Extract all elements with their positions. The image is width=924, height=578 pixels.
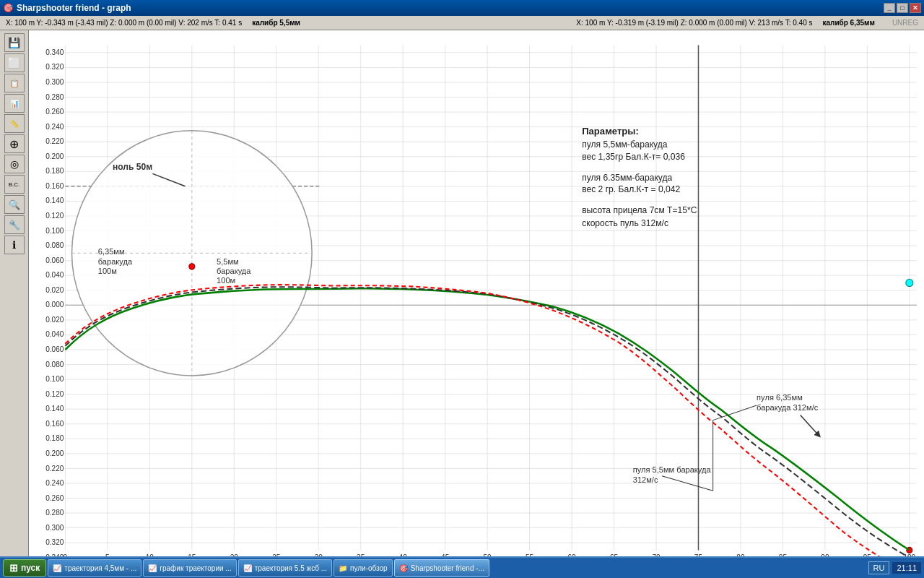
svg-text:0.220: 0.220 xyxy=(45,137,64,145)
svg-text:312м/с: 312м/с xyxy=(633,475,658,484)
taskbar-item-icon-3: 📁 xyxy=(339,564,347,572)
circle-tool[interactable]: ◎ xyxy=(4,155,25,173)
taskbar-item-icon-1: 📈 xyxy=(148,564,157,572)
svg-text:0.020: 0.020 xyxy=(45,286,64,294)
svg-text:0.140: 0.140 xyxy=(45,197,64,204)
clipboard-tool[interactable]: 📋 xyxy=(4,74,25,92)
taskbar-item-icon-0: 📈 xyxy=(53,564,61,572)
main-window: X: 100 m Y: -0.343 m (-3.43 mil) Z: 0.00… xyxy=(0,16,924,564)
svg-text:0.060: 0.060 xyxy=(45,256,64,264)
svg-text:0.300: 0.300 xyxy=(45,524,64,532)
status-coords-left: X: 100 m Y: -0.343 m (-3.43 mil) Z: 0.00… xyxy=(6,19,242,27)
svg-text:0.140: 0.140 xyxy=(45,405,64,413)
taskbar-item-label-0: траектория 4,5мм - ... xyxy=(64,564,136,572)
titlebar-title: 🎯 Sharpshooter friend - graph xyxy=(3,3,131,13)
svg-text:0.240: 0.240 xyxy=(45,479,64,487)
status-coords-right: X: 100 m Y: -0.319 m (-3.19 mil) Z: 0.00… xyxy=(576,19,812,27)
svg-text:0.240: 0.240 xyxy=(45,123,64,131)
bc-tool[interactable]: B.C. xyxy=(4,175,25,194)
window-title: Sharpshooter friend - graph xyxy=(17,3,131,13)
graph-status-bar: X: 100 m Y: -0.343 m (-3.43 mil) Z: 0.00… xyxy=(0,16,924,30)
content-area: 💾 ⬜ 📋 📊 📏 ⊕ ◎ B.C. 🔍 🔧 ℹ xyxy=(0,30,924,564)
crosshair-tool[interactable]: ⊕ xyxy=(4,134,25,153)
svg-text:пуля 5,5мм баракуда: пуля 5,5мм баракуда xyxy=(633,465,712,473)
taskbar-item-4[interactable]: 🎯 Sharpshooter friend -... xyxy=(394,559,489,577)
taskbar-item-label-4: Sharpshooter friend -... xyxy=(411,564,484,572)
taskbar-item-1[interactable]: 📈 график траектории ... xyxy=(143,559,236,577)
svg-text:высота прицела 7см Т=15*С: высота прицела 7см Т=15*С xyxy=(582,205,697,215)
save-tool[interactable]: 💾 xyxy=(4,33,25,52)
windows-logo-icon: ⊞ xyxy=(9,562,18,574)
binoculars-tool[interactable]: 🔍 xyxy=(4,195,25,214)
chart-tool[interactable]: 📊 xyxy=(4,94,25,113)
unreg-badge: UNREG xyxy=(892,19,918,27)
svg-text:ноль 50м: ноль 50м xyxy=(113,162,152,172)
svg-text:0.120: 0.120 xyxy=(45,212,64,220)
svg-text:0.100: 0.100 xyxy=(45,227,64,235)
svg-text:0.260: 0.260 xyxy=(45,494,64,502)
svg-text:0.320: 0.320 xyxy=(45,538,64,546)
svg-text:баракуда 312м/с: баракуда 312м/с xyxy=(757,403,819,412)
start-button[interactable]: ⊞ пуск xyxy=(3,559,46,577)
start-label: пуск xyxy=(21,563,40,573)
titlebar-controls: _ □ ✕ xyxy=(884,3,921,13)
svg-text:вес 1,35гр Бал.К-т= 0,036: вес 1,35гр Бал.К-т= 0,036 xyxy=(582,152,685,162)
svg-text:0.000: 0.000 xyxy=(45,301,64,309)
svg-text:пуля 5,5мм-баракуда: пуля 5,5мм-баракуда xyxy=(582,139,668,150)
svg-text:скорость пуль 312м/с: скорость пуль 312м/с xyxy=(582,218,668,228)
svg-text:0.160: 0.160 xyxy=(45,182,64,190)
trajectory-graph: 0.340 0.320 0.300 0.280 0.260 0.240 0.22… xyxy=(29,30,924,564)
caliber-right-label: калибр 6,35мм xyxy=(822,19,874,27)
info-tool[interactable]: ℹ xyxy=(4,236,25,254)
titlebar: 🎯 Sharpshooter friend - graph _ □ ✕ xyxy=(0,0,924,16)
maximize-button[interactable]: □ xyxy=(897,3,908,13)
new-tool[interactable]: ⬜ xyxy=(4,53,25,72)
svg-text:6,35мм: 6,35мм xyxy=(98,247,125,256)
svg-text:0.080: 0.080 xyxy=(45,361,64,368)
ruler-tool[interactable]: 📏 xyxy=(4,114,25,133)
taskbar-item-2[interactable]: 📈 траектория 5.5 жсб ... xyxy=(238,559,332,577)
caliber-left-label: калибр 5,5мм xyxy=(252,19,300,27)
svg-text:0.220: 0.220 xyxy=(45,464,64,472)
taskbar-right: RU 21:11 xyxy=(868,561,921,574)
taskbar-item-label-1: график траектории ... xyxy=(160,564,231,572)
toolbar: 💾 ⬜ 📋 📊 📏 ⊕ ◎ B.C. 🔍 🔧 ℹ xyxy=(0,30,29,564)
svg-text:0.200: 0.200 xyxy=(45,449,64,457)
taskbar: ⊞ пуск 📈 траектория 4,5мм - ... 📈 график… xyxy=(0,556,924,578)
status-right: X: 100 m Y: -0.319 m (-3.19 mil) Z: 0.00… xyxy=(576,19,918,27)
svg-text:Параметры:: Параметры: xyxy=(582,126,639,137)
taskbar-item-label-3: пули-обзор xyxy=(350,564,388,572)
taskbar-item-0[interactable]: 📈 траектория 4,5мм - ... xyxy=(48,559,141,577)
svg-text:0.180: 0.180 xyxy=(45,167,64,175)
svg-text:вес 2 гр. Бал.К-т = 0,042: вес 2 гр. Бал.К-т = 0,042 xyxy=(582,184,680,194)
svg-text:0.320: 0.320 xyxy=(45,63,64,71)
svg-text:0.160: 0.160 xyxy=(45,420,64,428)
svg-text:100м: 100м xyxy=(98,267,117,275)
svg-text:0.300: 0.300 xyxy=(45,78,64,86)
status-left: X: 100 m Y: -0.343 m (-3.43 mil) Z: 0.00… xyxy=(6,19,300,27)
svg-text:пуля 6.35мм-баракуда: пуля 6.35мм-баракуда xyxy=(582,173,672,183)
minimize-button[interactable]: _ xyxy=(884,3,895,13)
svg-text:0.040: 0.040 xyxy=(45,330,64,338)
svg-text:0.040: 0.040 xyxy=(45,271,64,279)
taskbar-item-icon-2: 📈 xyxy=(243,564,252,572)
taskbar-item-3[interactable]: 📁 пули-обзор xyxy=(334,559,393,577)
svg-text:0.280: 0.280 xyxy=(45,93,64,101)
language-indicator[interactable]: RU xyxy=(868,561,890,574)
svg-text:0.060: 0.060 xyxy=(45,345,64,353)
svg-text:0.080: 0.080 xyxy=(45,241,64,249)
svg-text:0.120: 0.120 xyxy=(45,390,64,398)
svg-text:0.260: 0.260 xyxy=(45,108,64,116)
taskbar-item-label-2: траектория 5.5 жсб ... xyxy=(255,564,327,572)
svg-text:0.100: 0.100 xyxy=(45,375,64,383)
svg-text:пуля 6,35мм: пуля 6,35мм xyxy=(757,393,803,402)
system-clock: 21:11 xyxy=(892,562,921,574)
svg-text:100м: 100м xyxy=(217,276,235,285)
settings-tool[interactable]: 🔧 xyxy=(4,215,25,234)
svg-text:баракуда: баракуда xyxy=(98,257,133,266)
close-button[interactable]: ✕ xyxy=(910,3,921,13)
taskbar-item-icon-4: 🎯 xyxy=(399,564,408,572)
svg-text:0.200: 0.200 xyxy=(45,152,64,160)
svg-point-146 xyxy=(189,264,195,269)
svg-text:0.280: 0.280 xyxy=(45,509,64,517)
